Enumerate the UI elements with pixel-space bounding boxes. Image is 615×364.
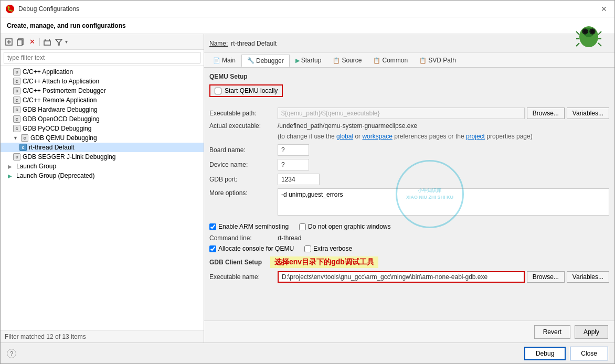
config-tree: c C/C++ Application c C/C++ Attach to Ap…: [1, 66, 204, 330]
bottom-left: ?: [7, 349, 16, 358]
c-icon: c: [13, 68, 20, 76]
left-panel: ✕ ▾ c C/C++ Application: [1, 34, 204, 342]
allocate-row: Allocate console for QEMU Extra verbose: [209, 245, 609, 252]
gdb-port-input[interactable]: [278, 174, 320, 185]
exec-name-browse-button[interactable]: Browse...: [527, 271, 565, 283]
toolbar-separator: [39, 38, 40, 46]
extra-verbose-checkbox[interactable]: [304, 245, 311, 252]
gdb-annotation: 选择env目录下的gdb调试工具: [270, 256, 378, 268]
exec-name-variables-button[interactable]: Variables...: [567, 271, 609, 283]
workspace-link[interactable]: workspace: [362, 133, 392, 140]
exec-path-variables-button[interactable]: Variables...: [567, 108, 609, 119]
exec-path-input[interactable]: [278, 108, 525, 119]
no-graphic-option: Do not open graphic windows: [299, 223, 390, 230]
gdb-section-header: GDB Client Setup: [209, 259, 262, 266]
device-name-row: Device name:: [209, 159, 609, 170]
tab-common[interactable]: 📋 Common: [367, 54, 413, 66]
c-icon: c: [13, 115, 20, 123]
svg-point-2: [583, 29, 587, 34]
enable-arm-label: Enable ARM semihosting: [218, 223, 289, 230]
title-bar-left: 🐛 Debug Configurations: [6, 5, 79, 13]
debug-configurations-window: 🐛 Debug Configurations ✕ Create, manage,…: [0, 0, 615, 364]
exec-path-label: Executable path:: [209, 110, 278, 117]
c-icon: c: [13, 153, 20, 160]
tree-item-cpp-attach[interactable]: c C/C++ Attach to Application: [1, 77, 204, 86]
startup-tab-icon: ▶: [295, 57, 300, 64]
close-button[interactable]: ✕: [599, 5, 609, 13]
gdb-port-row: GDB port:: [209, 174, 609, 185]
collapse-all-button[interactable]: [42, 37, 52, 47]
apply-button[interactable]: Apply: [575, 325, 608, 339]
tree-item-launch-group[interactable]: ▶ Launch Group: [1, 162, 204, 171]
filter-box: [1, 50, 204, 66]
bottom-bar: ? Debug Close: [1, 342, 614, 363]
exec-path-browse-button[interactable]: Browse...: [527, 108, 565, 119]
tree-item-cpp-application[interactable]: c C/C++ Application: [1, 67, 204, 77]
tab-svd-path[interactable]: 📋 SVD Path: [413, 54, 462, 66]
exec-name-row: Executable name: Browse... Variables...: [209, 271, 609, 283]
start-qemu-row: Start QEMU locally: [209, 84, 609, 102]
tree-item-gdb-segger[interactable]: c GDB SEGGER J-Link Debugging: [1, 152, 204, 162]
actual-exec-value: /undefined_path/qemu-system-gnuarmeclips…: [278, 122, 417, 130]
board-name-row: Board name:: [209, 144, 609, 156]
start-qemu-checkbox[interactable]: [215, 88, 221, 94]
svg-marker-20: [56, 39, 62, 45]
help-button[interactable]: ?: [7, 349, 16, 358]
gdb-port-label: GDB port:: [209, 176, 278, 183]
start-qemu-label[interactable]: Start QEMU locally: [209, 84, 283, 97]
device-name-label: Device name:: [209, 161, 278, 168]
name-label: Name:: [209, 40, 228, 47]
more-options-label: More options:: [209, 188, 278, 197]
new-config-button[interactable]: [4, 37, 14, 47]
cmdline-value: rt-thread: [278, 234, 301, 242]
tree-item-cpp-postmortem[interactable]: c C/C++ Postmortem Debugger: [1, 86, 204, 95]
device-name-input[interactable]: [278, 159, 309, 170]
c-icon: c: [13, 106, 20, 113]
window-title: Debug Configurations: [18, 5, 79, 13]
tab-main[interactable]: 📄 Main: [207, 54, 241, 66]
source-tab-icon: 📋: [333, 57, 340, 64]
exec-path-row: Executable path: Browse... Variables...: [209, 108, 609, 119]
copy-config-button[interactable]: [15, 37, 26, 47]
tab-startup[interactable]: ▶ Startup: [290, 54, 327, 66]
tree-item-gdb-qemu[interactable]: ▼ c GDB QEMU Debugging: [1, 133, 204, 143]
extra-verbose-label: Extra verbose: [313, 245, 352, 252]
cmdline-label: Command line:: [209, 234, 278, 242]
project-link[interactable]: project: [466, 133, 485, 140]
left-toolbar: ✕ ▾: [1, 34, 204, 50]
c-blue-icon: c: [19, 144, 27, 151]
content-area: 小牛知识库XIAO NIU ZHI SHI KU QEMU Setup Star…: [204, 68, 614, 320]
tab-debugger[interactable]: 🔧 Debugger: [241, 55, 290, 67]
main-content: ✕ ▾ c C/C++ Application: [1, 34, 614, 342]
name-bar: Name: rt-thread Default: [204, 34, 614, 53]
tab-bar: 📄 Main 🔧 Debugger ▶ Startup 📋 Source 📋: [204, 53, 614, 68]
tree-item-gdb-hardware[interactable]: c GDB Hardware Debugging: [1, 105, 204, 114]
options-row: Enable ARM semihosting Do not open graph…: [209, 223, 609, 230]
global-link[interactable]: global: [336, 133, 353, 140]
enable-arm-checkbox[interactable]: [209, 223, 216, 230]
no-graphic-checkbox[interactable]: [299, 223, 306, 230]
board-name-label: Board name:: [209, 146, 278, 154]
allocate-checkbox[interactable]: [209, 245, 216, 252]
filter-button[interactable]: [54, 37, 64, 47]
close-button[interactable]: Close: [570, 347, 608, 360]
delete-config-button[interactable]: ✕: [27, 37, 37, 47]
section-header: QEMU Setup: [209, 73, 609, 80]
exec-name-input[interactable]: [278, 271, 525, 283]
board-name-input[interactable]: [278, 144, 309, 156]
tree-item-gdb-pyocd[interactable]: c GDB PyOCD Debugging: [1, 124, 204, 133]
filter-input[interactable]: [4, 52, 200, 63]
title-bar: 🐛 Debug Configurations ✕: [1, 1, 614, 17]
tree-item-gdb-openocd[interactable]: c GDB OpenOCD Debugging: [1, 114, 204, 124]
c-icon: c: [13, 125, 20, 132]
actual-exec-row: Actual executable: /undefined_path/qemu-…: [209, 122, 609, 130]
tab-source[interactable]: 📋 Source: [327, 54, 367, 66]
more-options-textarea[interactable]: -d unimp,guest_errors: [278, 188, 609, 216]
tree-item-cpp-remote[interactable]: c C/C++ Remote Application: [1, 95, 204, 105]
tree-item-rt-thread-default[interactable]: c rt-thread Default: [1, 143, 204, 152]
tree-item-launch-group-deprecated[interactable]: ▶ Launch Group (Deprecated): [1, 171, 204, 180]
left-footer: Filter matched 12 of 13 items: [1, 330, 204, 342]
view-menu-button[interactable]: ▾: [65, 39, 68, 45]
revert-button[interactable]: Revert: [534, 325, 570, 339]
debug-button[interactable]: Debug: [524, 347, 566, 360]
